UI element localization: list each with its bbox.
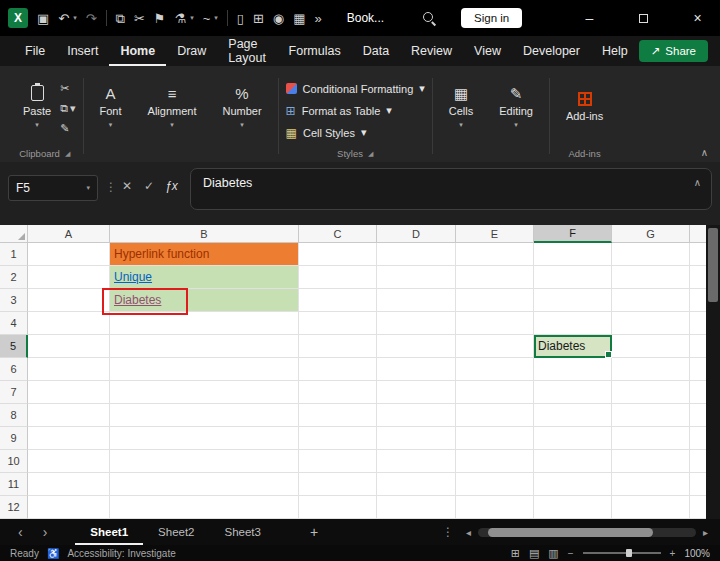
cell[interactable]	[299, 450, 377, 473]
column-header-G[interactable]: G	[612, 225, 690, 243]
cell[interactable]	[534, 266, 612, 289]
row-header[interactable]: 5	[0, 335, 28, 358]
vertical-scrollbar[interactable]	[706, 225, 720, 519]
cell[interactable]	[299, 312, 377, 335]
cell[interactable]	[299, 266, 377, 289]
tab-file[interactable]: File	[14, 36, 56, 66]
cell[interactable]	[690, 358, 706, 381]
page-break-view-icon[interactable]: ▥	[548, 547, 558, 560]
cell[interactable]	[28, 450, 110, 473]
cell-B3[interactable]: Diabetes	[110, 289, 299, 312]
row-header[interactable]: 8	[0, 404, 28, 427]
collapse-ribbon-icon[interactable]: ∧	[701, 147, 708, 158]
cell[interactable]	[456, 243, 534, 266]
cell[interactable]	[299, 496, 377, 519]
cell[interactable]	[377, 381, 456, 404]
cell[interactable]	[299, 243, 377, 266]
cut-button[interactable]: ✂	[60, 82, 75, 95]
row-header[interactable]: 4	[0, 312, 28, 335]
redo-icon[interactable]: ↷	[86, 12, 97, 25]
cell[interactable]	[612, 496, 690, 519]
cell[interactable]	[456, 381, 534, 404]
cell[interactable]	[377, 496, 456, 519]
cell[interactable]	[299, 381, 377, 404]
cell[interactable]	[456, 358, 534, 381]
sheet-nav-left-icon[interactable]: ‹	[8, 524, 33, 540]
normal-view-icon[interactable]: ⊞	[511, 547, 520, 560]
cell[interactable]	[612, 335, 690, 358]
horizontal-scrollbar-thumb[interactable]	[488, 528, 653, 537]
toolbar-overflow-icon[interactable]: »	[314, 12, 321, 25]
cell[interactable]	[534, 404, 612, 427]
cell[interactable]	[612, 358, 690, 381]
cell[interactable]	[690, 289, 706, 312]
cell[interactable]	[28, 358, 110, 381]
cell[interactable]	[28, 266, 110, 289]
tab-formulas[interactable]: Formulas	[278, 36, 352, 66]
cell[interactable]	[110, 404, 299, 427]
insert-function-icon[interactable]: ƒx	[165, 179, 178, 193]
cell-styles-button[interactable]: ▦ Cell Styles ▾	[286, 124, 425, 141]
styles-dialog-launcher-icon[interactable]: ◢	[368, 150, 373, 158]
cell[interactable]	[299, 473, 377, 496]
column-header-A[interactable]: A	[28, 225, 110, 243]
cell[interactable]	[28, 381, 110, 404]
cell[interactable]	[534, 473, 612, 496]
column-header-E[interactable]: E	[456, 225, 534, 243]
column-header-F[interactable]: F	[534, 225, 612, 243]
horizontal-scrollbar[interactable]	[478, 528, 696, 537]
tab-data[interactable]: Data	[352, 36, 400, 66]
beaker-icon[interactable]: ⚗	[174, 12, 186, 25]
cell[interactable]	[534, 381, 612, 404]
page-layout-view-icon[interactable]: ▤	[529, 547, 539, 560]
cell[interactable]	[456, 427, 534, 450]
row-header[interactable]: 3	[0, 289, 28, 312]
cell[interactable]	[690, 450, 706, 473]
cell[interactable]	[690, 473, 706, 496]
cell[interactable]	[377, 335, 456, 358]
cell[interactable]	[299, 358, 377, 381]
cell[interactable]	[612, 404, 690, 427]
cell[interactable]	[377, 473, 456, 496]
column-header-B[interactable]: B	[110, 225, 299, 243]
row-header[interactable]: 12	[0, 496, 28, 519]
clipboard-dialog-launcher-icon[interactable]: ◢	[65, 150, 70, 158]
cell[interactable]	[534, 358, 612, 381]
cell[interactable]	[110, 427, 299, 450]
cell[interactable]	[28, 335, 110, 358]
cell[interactable]	[110, 381, 299, 404]
cell[interactable]	[534, 496, 612, 519]
zoom-out-button[interactable]: −	[568, 548, 574, 559]
zoom-slider[interactable]	[583, 552, 661, 554]
cell[interactable]	[299, 289, 377, 312]
zoom-level-value[interactable]: 100%	[684, 548, 710, 559]
tab-help[interactable]: Help	[591, 36, 639, 66]
hscroll-left-icon[interactable]: ◂	[462, 527, 475, 538]
alignment-button[interactable]: ≡ Alignment ▾	[139, 74, 206, 140]
cell[interactable]	[377, 404, 456, 427]
addins-button[interactable]: Add-ins	[557, 74, 612, 140]
cell[interactable]	[534, 427, 612, 450]
copy-icon[interactable]: ⧉	[116, 12, 125, 25]
cell[interactable]	[534, 289, 612, 312]
cell-F5[interactable]: Diabetes	[534, 335, 612, 358]
cell[interactable]	[110, 496, 299, 519]
format-painter-button[interactable]: ✎	[60, 122, 75, 135]
sheet-tab-sheet3[interactable]: Sheet3	[210, 519, 276, 545]
save-icon[interactable]: ▣	[37, 12, 49, 25]
zoom-slider-thumb[interactable]	[626, 549, 632, 557]
cell[interactable]	[110, 312, 299, 335]
cell[interactable]	[612, 266, 690, 289]
cell[interactable]	[28, 496, 110, 519]
cell[interactable]	[690, 243, 706, 266]
cell[interactable]	[456, 496, 534, 519]
cell[interactable]	[377, 427, 456, 450]
add-sheet-button[interactable]: +	[296, 524, 332, 540]
cell[interactable]	[456, 404, 534, 427]
cell[interactable]	[299, 335, 377, 358]
cell[interactable]	[110, 358, 299, 381]
cell-B2[interactable]: Unique	[110, 266, 299, 289]
cell[interactable]	[456, 335, 534, 358]
row-header[interactable]: 7	[0, 381, 28, 404]
tilde-dropdown-icon[interactable]: ▾	[214, 14, 218, 22]
